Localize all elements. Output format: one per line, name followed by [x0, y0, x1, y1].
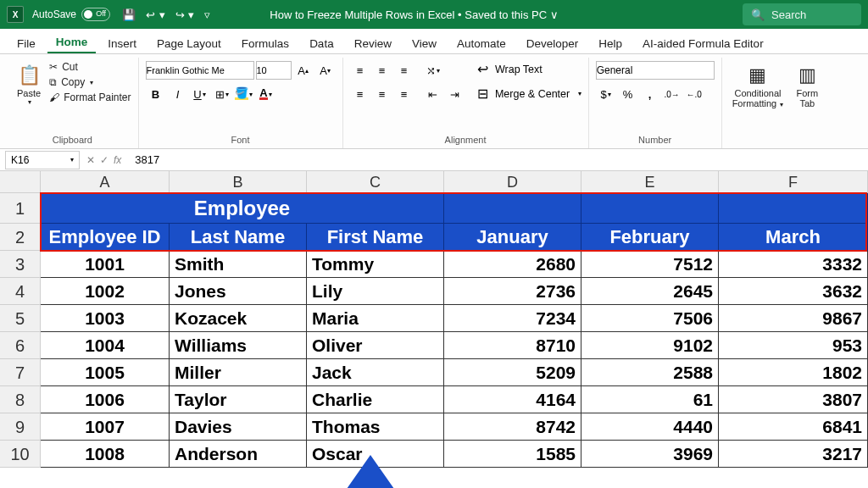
percent-button[interactable]: %: [618, 85, 638, 103]
align-bottom-button[interactable]: ≡: [394, 61, 415, 80]
autosave-toggle[interactable]: AutoSave Off: [32, 8, 110, 21]
cell-employee-id[interactable]: 1008: [41, 441, 170, 468]
merge-center-button[interactable]: ⊟ Merge & Center ▾: [477, 86, 581, 102]
column-header[interactable]: F: [719, 171, 868, 193]
tab-file[interactable]: File: [8, 32, 44, 53]
font-name-select[interactable]: [146, 61, 254, 80]
row-header[interactable]: 4: [0, 278, 41, 305]
tab-home[interactable]: Home: [47, 30, 97, 53]
tab-help[interactable]: Help: [590, 32, 631, 53]
select-all-corner[interactable]: [0, 171, 41, 193]
column-header[interactable]: B: [170, 171, 307, 193]
decrease-indent-button[interactable]: ⇤: [423, 85, 443, 103]
tab-developer[interactable]: Developer: [518, 32, 587, 53]
cell-february[interactable]: 2645: [581, 278, 719, 305]
cut-button[interactable]: ✂Cut: [49, 61, 131, 73]
cell-march[interactable]: 3217: [719, 441, 868, 468]
align-right-button[interactable]: ≡: [394, 85, 415, 103]
cell-first-name[interactable]: Jack: [307, 359, 444, 386]
cell-january[interactable]: 2736: [444, 278, 581, 305]
name-box[interactable]: K16 ▾: [5, 151, 80, 169]
conditional-formatting-button[interactable]: ▦ Conditional Formatting ▾: [729, 61, 787, 110]
document-title[interactable]: How to Freeze Multiple Rows in Excel • S…: [270, 8, 558, 21]
row-header[interactable]: 10: [0, 441, 41, 468]
cell-january[interactable]: 1585: [444, 441, 581, 468]
search-box[interactable]: 🔍 Search: [743, 3, 861, 25]
cell[interactable]: [719, 193, 868, 224]
comma-button[interactable]: ,: [640, 85, 660, 103]
cell[interactable]: [444, 193, 581, 224]
cell-march[interactable]: 3332: [719, 251, 868, 278]
font-color-button[interactable]: A▾: [256, 85, 276, 103]
cell-last-name[interactable]: Kozacek: [170, 305, 307, 332]
row-header[interactable]: 7: [0, 359, 41, 386]
align-center-button[interactable]: ≡: [372, 85, 392, 103]
toggle-switch-icon[interactable]: Off: [81, 8, 110, 21]
cell-employee-id[interactable]: 1005: [41, 359, 170, 386]
decrease-decimal-button[interactable]: ←.0: [684, 85, 704, 103]
cell-january[interactable]: 5209: [444, 359, 581, 386]
row-header[interactable]: 6: [0, 332, 41, 359]
column-header-cell[interactable]: Employee ID: [41, 224, 170, 251]
tab-ai-formula-editor[interactable]: AI-aided Formula Editor: [634, 32, 772, 53]
cell-january[interactable]: 2680: [444, 251, 581, 278]
align-middle-button[interactable]: ≡: [372, 61, 392, 80]
cell-january[interactable]: 8742: [444, 413, 581, 441]
column-header-cell[interactable]: March: [719, 224, 868, 251]
cell-january[interactable]: 8710: [444, 332, 581, 359]
align-left-button[interactable]: ≡: [350, 85, 370, 103]
tab-insert[interactable]: Insert: [99, 32, 145, 53]
cell-march[interactable]: 953: [719, 332, 868, 359]
cell-february[interactable]: 9102: [581, 332, 719, 359]
cell-employee-id[interactable]: 1001: [41, 251, 170, 278]
cell-march[interactable]: 6841: [719, 413, 868, 441]
cell-last-name[interactable]: Miller: [170, 359, 307, 386]
cell-last-name[interactable]: Smith: [170, 251, 307, 278]
tab-view[interactable]: View: [403, 32, 445, 53]
cell-first-name[interactable]: Tommy: [307, 251, 444, 278]
cell-employee-id[interactable]: 1003: [41, 305, 170, 332]
cell-first-name[interactable]: Lily: [307, 278, 444, 305]
tab-formulas[interactable]: Formulas: [233, 32, 298, 53]
cell-february[interactable]: 4440: [581, 413, 719, 441]
cell-march[interactable]: 3632: [719, 278, 868, 305]
underline-button[interactable]: U▾: [190, 85, 210, 103]
undo-icon[interactable]: ↩ ▾: [146, 8, 165, 21]
bold-button[interactable]: B: [146, 85, 166, 103]
column-header[interactable]: C: [307, 171, 444, 193]
cell-march[interactable]: 1802: [719, 359, 868, 386]
column-header-cell[interactable]: First Name: [307, 224, 444, 251]
column-header-cell[interactable]: January: [444, 224, 581, 251]
cancel-formula-icon[interactable]: ✕: [86, 154, 95, 166]
fill-color-button[interactable]: 🪣▾: [234, 85, 254, 103]
column-header-cell[interactable]: February: [581, 224, 719, 251]
copy-button[interactable]: ⧉Copy▾: [49, 76, 131, 88]
wrap-text-button[interactable]: ↩ Wrap Text: [477, 61, 581, 77]
font-size-select[interactable]: [256, 61, 292, 80]
cell-february[interactable]: 61: [581, 386, 719, 413]
worksheet-grid[interactable]: ABCDEF1Employee2Employee IDLast NameFirs…: [0, 171, 868, 468]
row-header[interactable]: 3: [0, 251, 41, 278]
cell-last-name[interactable]: Williams: [170, 332, 307, 359]
cell-february[interactable]: 7512: [581, 251, 719, 278]
formula-input[interactable]: 3817: [128, 153, 868, 166]
cell-last-name[interactable]: Taylor: [170, 386, 307, 413]
tab-page-layout[interactable]: Page Layout: [148, 32, 230, 53]
cell-employee-id[interactable]: 1007: [41, 413, 170, 441]
tab-review[interactable]: Review: [346, 32, 400, 53]
row-header[interactable]: 9: [0, 413, 41, 441]
cell[interactable]: [581, 193, 719, 224]
save-icon[interactable]: 💾: [122, 8, 136, 21]
row-header[interactable]: 5: [0, 305, 41, 332]
currency-button[interactable]: $▾: [596, 85, 616, 103]
paste-button[interactable]: 📋 Paste ▾: [14, 61, 44, 108]
cell-employee-id[interactable]: 1006: [41, 386, 170, 413]
cell-march[interactable]: 3807: [719, 386, 868, 413]
cell-february[interactable]: 7506: [581, 305, 719, 332]
cell-employee-id[interactable]: 1004: [41, 332, 170, 359]
italic-button[interactable]: I: [168, 85, 188, 103]
format-painter-button[interactable]: 🖌Format Painter: [49, 92, 131, 103]
format-as-table-button[interactable]: ▥ Form Tab: [792, 61, 822, 110]
cell-february[interactable]: 3969: [581, 441, 719, 468]
row-header[interactable]: 1: [0, 193, 41, 224]
